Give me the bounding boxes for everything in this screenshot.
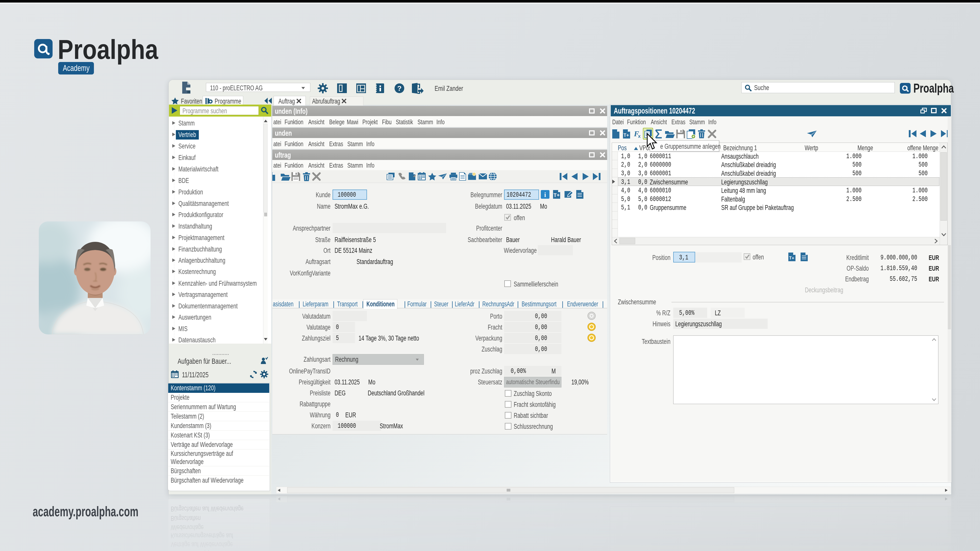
svg-text:?: ? xyxy=(397,84,401,92)
svg-text:T+: T+ xyxy=(624,133,629,138)
svg-text:x: x xyxy=(638,134,641,139)
svg-text:i: i xyxy=(544,191,546,198)
svg-text:T+: T+ xyxy=(789,256,794,260)
svg-text:T+: T+ xyxy=(554,192,560,198)
